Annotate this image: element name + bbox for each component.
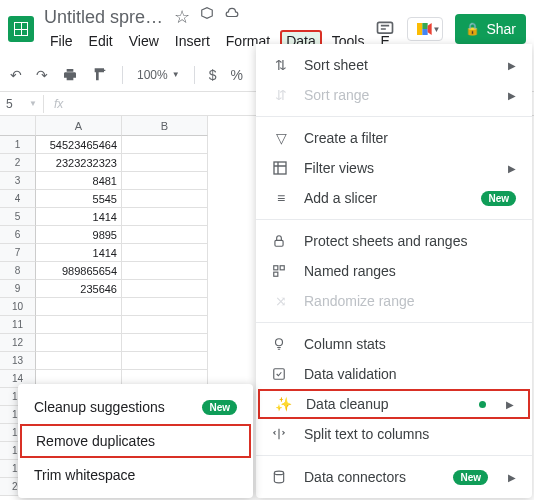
row-header[interactable]: 11 <box>0 316 36 334</box>
menu-named-ranges[interactable]: Named ranges <box>256 256 532 286</box>
chevron-right-icon: ▶ <box>506 399 514 410</box>
row-header[interactable]: 1 <box>0 136 36 154</box>
cell[interactable] <box>122 154 208 172</box>
submenu-remove-duplicates[interactable]: Remove duplicates <box>20 424 251 458</box>
menu-sort-range: ⇵ Sort range ▶ <box>256 80 532 110</box>
cell[interactable]: 9895 <box>36 226 122 244</box>
menu-edit[interactable]: Edit <box>83 30 119 52</box>
cell[interactable]: 1414 <box>36 244 122 262</box>
row-header[interactable]: 9 <box>0 280 36 298</box>
redo-icon[interactable]: ↷ <box>36 67 48 83</box>
cell[interactable] <box>122 262 208 280</box>
grid-row: 12 <box>0 334 208 352</box>
cell[interactable] <box>122 172 208 190</box>
submenu-cleanup-suggestions[interactable]: Cleanup suggestions New <box>18 390 253 424</box>
menu-file[interactable]: File <box>44 30 79 52</box>
menu-add-slicer[interactable]: ≡ Add a slicer New <box>256 183 532 213</box>
row-header[interactable]: 2 <box>0 154 36 172</box>
col-header-b[interactable]: B <box>122 116 208 136</box>
cell[interactable]: 1414 <box>36 208 122 226</box>
submenu-trim-whitespace[interactable]: Trim whitespace <box>18 458 253 492</box>
sort-range-icon: ⇵ <box>272 87 290 103</box>
star-icon[interactable]: ☆ <box>174 6 190 28</box>
col-header-a[interactable]: A <box>36 116 122 136</box>
share-button[interactable]: 🔒 Shar <box>455 14 526 44</box>
cell[interactable] <box>122 334 208 352</box>
undo-icon[interactable]: ↶ <box>10 67 22 83</box>
svg-rect-8 <box>274 272 278 276</box>
cell[interactable]: 235646 <box>36 280 122 298</box>
cell[interactable] <box>36 352 122 370</box>
row-header[interactable]: 3 <box>0 172 36 190</box>
row-header[interactable]: 13 <box>0 352 36 370</box>
cell[interactable] <box>122 352 208 370</box>
menu-data-validation[interactable]: Data validation <box>256 359 532 389</box>
grid-row: 154523465464 <box>0 136 208 154</box>
percent-icon[interactable]: % <box>230 67 242 83</box>
share-label: Shar <box>486 21 516 37</box>
menu-create-filter[interactable]: ▽ Create a filter <box>256 123 532 153</box>
paint-icon[interactable] <box>92 67 108 83</box>
cell[interactable] <box>36 298 122 316</box>
print-icon[interactable] <box>62 67 78 83</box>
grid-row: 69895 <box>0 226 208 244</box>
cell[interactable]: 8481 <box>36 172 122 190</box>
menu-column-stats[interactable]: Column stats <box>256 329 532 359</box>
row-header[interactable]: 7 <box>0 244 36 262</box>
row-header[interactable]: 10 <box>0 298 36 316</box>
submenu-label: Trim whitespace <box>34 467 135 483</box>
cell[interactable] <box>122 208 208 226</box>
name-box[interactable]: 5▼ <box>0 95 44 113</box>
cell[interactable]: 2323232323 <box>36 154 122 172</box>
svg-rect-2 <box>423 23 428 29</box>
cell[interactable] <box>122 280 208 298</box>
menu-protect[interactable]: Protect sheets and ranges <box>256 226 532 256</box>
svg-point-9 <box>276 339 283 346</box>
svg-rect-5 <box>275 240 283 246</box>
cell[interactable] <box>36 316 122 334</box>
cell[interactable] <box>122 298 208 316</box>
row-header[interactable]: 8 <box>0 262 36 280</box>
menu-sort-sheet[interactable]: ⇅ Sort sheet ▶ <box>256 50 532 80</box>
cell[interactable] <box>122 136 208 154</box>
menu-data-cleanup[interactable]: ✨ Data cleanup ▶ <box>258 389 530 419</box>
select-all-corner[interactable] <box>0 116 36 136</box>
sheets-logo[interactable] <box>8 16 34 42</box>
row-header[interactable]: 4 <box>0 190 36 208</box>
menu-split-text[interactable]: Split text to columns <box>256 419 532 449</box>
menu-filter-views[interactable]: Filter views ▶ <box>256 153 532 183</box>
chevron-right-icon: ▶ <box>508 472 516 483</box>
menu-data-connectors[interactable]: Data connectors New ▶ <box>256 462 532 492</box>
grid-row: 38481 <box>0 172 208 190</box>
menu-label: Column stats <box>304 336 386 352</box>
cell[interactable]: 5545 <box>36 190 122 208</box>
data-cleanup-submenu: Cleanup suggestions New Remove duplicate… <box>18 384 253 498</box>
grid-row: 13 <box>0 352 208 370</box>
menu-label: Add a slicer <box>304 190 377 206</box>
cell[interactable]: 54523465464 <box>36 136 122 154</box>
move-icon[interactable] <box>200 6 214 28</box>
cell[interactable] <box>36 334 122 352</box>
doc-title[interactable]: Untitled spread… <box>44 7 164 28</box>
comments-icon[interactable] <box>375 19 395 39</box>
zoom-select[interactable]: 100% ▼ <box>137 68 180 82</box>
menu-insert[interactable]: Insert <box>169 30 216 52</box>
cell[interactable] <box>122 226 208 244</box>
grid-row: 45545 <box>0 190 208 208</box>
cell[interactable]: 989865654 <box>36 262 122 280</box>
svg-rect-7 <box>280 266 284 270</box>
grid-row: 71414 <box>0 244 208 262</box>
row-header[interactable]: 6 <box>0 226 36 244</box>
cell[interactable] <box>122 316 208 334</box>
new-badge: New <box>481 191 516 206</box>
cell[interactable] <box>122 190 208 208</box>
meet-button[interactable]: ▼ <box>407 17 443 41</box>
menu-label: Sort sheet <box>304 57 368 73</box>
currency-icon[interactable]: $ <box>209 67 217 83</box>
cloud-icon[interactable] <box>224 6 240 28</box>
cell[interactable] <box>122 244 208 262</box>
row-header[interactable]: 5 <box>0 208 36 226</box>
bulb-icon <box>272 337 290 351</box>
menu-view[interactable]: View <box>123 30 165 52</box>
row-header[interactable]: 12 <box>0 334 36 352</box>
